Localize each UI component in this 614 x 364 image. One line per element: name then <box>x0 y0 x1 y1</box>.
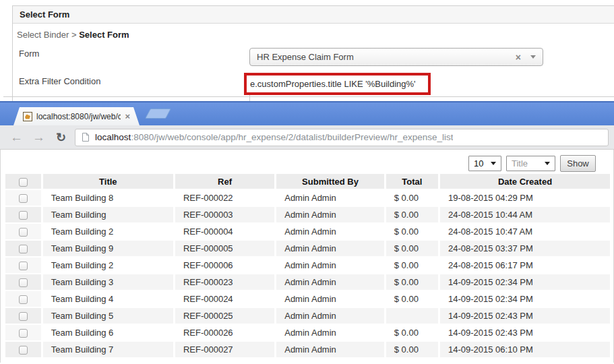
table-row: Team BuildingREF-000003Admin Admin$ 0.00… <box>5 207 610 222</box>
cell-title: Team Building <box>43 207 173 222</box>
cell-date_created: 24-08-2015 06:17 PM <box>440 257 610 273</box>
select-all-checkbox[interactable] <box>19 178 28 187</box>
cell-ref: REF-000023 <box>175 274 274 290</box>
cell-submitted_by: Admin Admin <box>276 291 384 307</box>
browser-navbar: ← → ↻ localhost:8080/jw/web/console/app/… <box>0 125 614 150</box>
browser-window: localhost:8080/jw/web/co × ← → ↻ localho… <box>0 101 614 364</box>
table-header-row: Title Ref Submitted By Total Date Create… <box>5 174 610 189</box>
column-header-total[interactable]: Total <box>386 174 438 189</box>
cell-total: $ 0.00 <box>386 342 438 357</box>
browser-tab[interactable]: localhost:8080/jw/web/co × <box>13 107 140 125</box>
table-row: Team Building 9REF-000005Admin Admin$ 0.… <box>5 241 610 256</box>
row-checkbox[interactable] <box>19 312 28 321</box>
cell-title: Team Building 6 <box>43 325 173 340</box>
row-checkbox[interactable] <box>19 278 28 287</box>
table-row: Team Building 6REF-000026Admin Admin$ 0.… <box>5 325 610 340</box>
cell-title: Team Building 8 <box>43 190 173 206</box>
cell-date_created: 24-08-2015 10:47 AM <box>440 224 610 239</box>
cell-submitted_by: Admin Admin <box>276 325 384 340</box>
table-row: Team Building 4REF-000024Admin Admin$ 0.… <box>5 291 610 307</box>
cell-ref: REF-000027 <box>175 342 274 357</box>
datalist-table: Title Ref Submitted By Total Date Create… <box>3 173 612 359</box>
chevron-down-icon <box>491 162 496 165</box>
column-header-ref[interactable]: Ref <box>175 174 274 189</box>
breadcrumb-parent[interactable]: Select Binder <box>17 30 69 40</box>
cell-title: Team Building 5 <box>43 308 173 324</box>
cell-ref: REF-000003 <box>175 207 274 222</box>
table-row: Team Building 2REF-000006Admin Admin$ 0.… <box>5 257 610 273</box>
clear-icon[interactable]: × <box>516 52 521 63</box>
cell-ref: REF-000022 <box>175 190 274 206</box>
address-bar[interactable]: localhost:8080/jw/web/console/app/hr_exp… <box>75 129 609 146</box>
panel-title: Select Form <box>13 6 614 24</box>
cell-ref: REF-000005 <box>175 241 274 256</box>
forward-icon[interactable]: → <box>28 131 50 144</box>
row-checkbox[interactable] <box>19 228 28 237</box>
cell-date_created: 14-09-2015 06:10 PM <box>440 342 610 357</box>
row-checkbox[interactable] <box>19 329 28 338</box>
table-row: Team Building 5REF-000025Admin Admin14-0… <box>5 308 610 324</box>
cell-total: $ 0.00 <box>386 224 438 239</box>
form-select[interactable]: HR Expense Claim Form × <box>249 48 543 66</box>
row-checkbox-cell <box>5 241 41 256</box>
form-field-label: Form <box>19 49 39 59</box>
cell-submitted_by: Admin Admin <box>276 342 384 357</box>
filter-field-label: Extra Filter Condition <box>19 76 100 86</box>
breadcrumb-current: Select Form <box>79 30 129 40</box>
cell-total: $ 0.00 <box>386 241 438 256</box>
cell-title: Team Building 7 <box>43 342 173 357</box>
cell-date_created: 14-09-2015 02:34 PM <box>440 291 610 307</box>
page-size-select[interactable]: 10 <box>468 156 501 171</box>
tab-close-icon[interactable]: × <box>125 111 130 121</box>
cell-title: Team Building 2 <box>43 224 173 239</box>
cell-submitted_by: Admin Admin <box>276 207 384 222</box>
column-header-submitted-by[interactable]: Submitted By <box>276 174 384 189</box>
show-button[interactable]: Show <box>560 155 596 172</box>
section-divider <box>3 96 614 97</box>
table-row: Team Building 8REF-000022Admin Admin$ 0.… <box>5 190 610 206</box>
row-checkbox-cell <box>5 342 41 357</box>
table-row: Team Building 7REF-000027Admin Admin$ 0.… <box>5 342 610 357</box>
sort-column-select[interactable]: Title <box>506 156 555 171</box>
cell-ref: REF-000025 <box>175 308 274 324</box>
filter-input-border <box>249 95 250 101</box>
cell-title: Team Building 2 <box>43 257 173 273</box>
new-tab-button[interactable] <box>145 109 171 119</box>
cell-title: Team Building 3 <box>43 274 173 290</box>
cell-total: $ 0.00 <box>386 207 438 222</box>
column-header-date-created[interactable]: Date Created <box>440 174 610 189</box>
cell-total: $ 0.00 <box>386 257 438 273</box>
screenshot: Select Form Select Binder > Select Form … <box>0 0 614 364</box>
row-checkbox[interactable] <box>19 346 28 355</box>
tab-title: localhost:8080/jw/web/co <box>36 112 121 121</box>
row-checkbox-cell <box>5 325 41 340</box>
row-checkbox[interactable] <box>19 295 28 304</box>
reload-icon[interactable]: ↻ <box>50 131 72 144</box>
annotation-highlight-box: e.customProperties.title LIKE '%Building… <box>244 73 431 95</box>
cell-submitted_by: Admin Admin <box>276 224 384 239</box>
row-checkbox[interactable] <box>19 211 28 220</box>
form-select-value: HR Expense Claim Form <box>257 52 516 62</box>
column-header-title[interactable]: Title <box>43 174 173 189</box>
cell-submitted_by: Admin Admin <box>276 241 384 256</box>
cell-submitted_by: Admin Admin <box>276 308 384 324</box>
row-checkbox[interactable] <box>19 262 28 270</box>
table-row: Team Building 3REF-000023Admin Admin$ 0.… <box>5 274 610 290</box>
row-checkbox[interactable] <box>19 194 28 203</box>
cell-date_created: 14-09-2015 02:43 PM <box>440 325 610 340</box>
cell-date_created: 24-08-2015 10:44 AM <box>440 207 610 222</box>
browser-titlebar: localhost:8080/jw/web/co × <box>0 101 614 125</box>
page-icon <box>82 132 90 142</box>
row-checkbox[interactable] <box>19 245 28 253</box>
row-checkbox-cell <box>5 207 41 222</box>
table-body: Team Building 8REF-000022Admin Admin$ 0.… <box>5 190 610 357</box>
cell-date_created: 19-08-2015 04:29 PM <box>440 190 610 206</box>
row-checkbox-cell <box>5 274 41 290</box>
back-icon[interactable]: ← <box>5 131 28 144</box>
cell-total: $ 0.00 <box>386 291 438 307</box>
filter-condition-input[interactable]: e.customProperties.title LIKE '%Building… <box>247 79 416 89</box>
row-checkbox-cell <box>5 308 41 324</box>
datalist-controls: 10 Title Show <box>468 155 596 172</box>
chevron-down-icon[interactable] <box>530 55 536 59</box>
cell-total: $ 0.00 <box>386 325 438 340</box>
